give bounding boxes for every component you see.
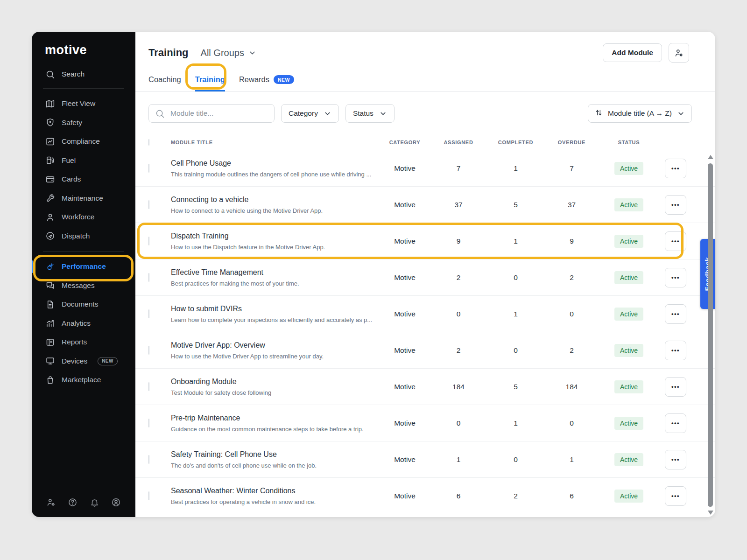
sort-selector[interactable]: Module title (A → Z) (588, 104, 692, 123)
row-checkbox[interactable] (148, 455, 149, 464)
module-title-search[interactable] (148, 104, 275, 123)
category-dropdown[interactable]: Category (281, 104, 339, 123)
completed-cell: 1 (486, 310, 545, 318)
scrollbar-down-arrow[interactable] (708, 511, 713, 515)
sidebar-item-devices[interactable]: DevicesNEW (32, 352, 135, 371)
tab-coaching[interactable]: Coaching (148, 75, 181, 91)
module-description: Best practices for making the most of yo… (171, 280, 379, 287)
table-row-effective-time-management[interactable]: Effective Time ManagementBest practices … (135, 259, 715, 296)
search-icon (155, 108, 165, 119)
row-checkbox[interactable] (148, 491, 149, 500)
table-row-onboarding-module[interactable]: Onboarding ModuleTest Module for safety … (135, 369, 715, 405)
category-cell: Motive (379, 237, 430, 245)
analytics-icon (45, 318, 55, 329)
module-title: Cell Phone Usage (171, 159, 379, 168)
table-row-seasonal-weather-winter-conditions[interactable]: Seasonal Weather: Winter ConditionsBest … (135, 478, 715, 514)
sidebar-item-compliance[interactable]: Compliance (32, 132, 135, 151)
sidebar-item-label: Analytics (62, 319, 91, 328)
row-checkbox[interactable] (148, 346, 149, 355)
row-actions-button[interactable] (665, 304, 686, 324)
completed-cell: 0 (486, 346, 545, 355)
sidebar-item-maintenance[interactable]: Maintenance (32, 189, 135, 208)
sidebar-item-performance[interactable]: Performance (32, 257, 135, 276)
fleet-view-icon (45, 98, 55, 109)
status-badge: Active (614, 198, 643, 211)
category-cell: Motive (379, 164, 430, 173)
column-header-completed: COMPLETED (486, 140, 545, 145)
category-cell: Motive (379, 419, 430, 427)
add-module-button[interactable]: Add Module (603, 43, 662, 62)
completed-cell: 5 (486, 383, 545, 391)
completed-cell: 1 (486, 164, 545, 173)
sidebar-item-label: Maintenance (62, 194, 103, 203)
sidebar-item-label: Reports (62, 338, 87, 346)
table-row-dispatch-training[interactable]: Dispatch TrainingHow to use the Dispatch… (135, 223, 715, 259)
row-actions-button[interactable] (665, 231, 686, 251)
row-actions-button[interactable] (665, 450, 686, 469)
sidebar-item-cards[interactable]: Cards (32, 170, 135, 189)
category-cell: Motive (379, 492, 430, 500)
compliance-icon (45, 136, 55, 147)
group-selector[interactable]: All Groups (201, 48, 256, 58)
overdue-cell: 1 (545, 455, 599, 464)
table-row-pre-trip-maintenance[interactable]: Pre-trip MaintenanceGuidance on the most… (135, 405, 715, 441)
table-row-safety-training-cell-phone-use[interactable]: Safety Training: Cell Phone UseThe do's … (135, 441, 715, 478)
row-actions-button[interactable] (665, 341, 686, 360)
user-settings-icon[interactable] (46, 497, 56, 507)
devices-icon (45, 356, 55, 366)
tab-rewards[interactable]: Rewards NEW (239, 75, 294, 91)
row-actions-button[interactable] (665, 159, 686, 178)
sidebar-item-messages[interactable]: Messages (32, 276, 135, 295)
notifications-icon[interactable] (89, 497, 99, 507)
row-checkbox[interactable] (148, 309, 149, 318)
row-checkbox[interactable] (148, 164, 149, 173)
table-row-motive-driver-app-overview[interactable]: Motive Driver App: OverviewHow to use th… (135, 332, 715, 369)
completed-cell: 1 (486, 237, 545, 245)
sidebar-item-fuel[interactable]: Fuel (32, 151, 135, 170)
sidebar-item-fleet-view[interactable]: Fleet View (32, 94, 135, 113)
row-actions-button[interactable] (665, 377, 686, 397)
status-badge: Active (614, 162, 643, 175)
sidebar-item-search[interactable]: Search (32, 56, 135, 88)
module-title-search-input[interactable] (169, 109, 268, 118)
row-actions-button[interactable] (665, 268, 686, 287)
table-row-connecting-to-a-vehicle[interactable]: Connecting to a vehicleHow to connect to… (135, 187, 715, 223)
row-checkbox[interactable] (148, 237, 149, 245)
row-actions-button[interactable] (665, 486, 686, 506)
scrollbar-up-arrow[interactable] (708, 155, 713, 159)
table-row-how-to-submit-dvirs[interactable]: How to submit DVIRsLearn how to complete… (135, 296, 715, 332)
row-checkbox[interactable] (148, 382, 149, 391)
sidebar-item-documents[interactable]: Documents (32, 295, 135, 314)
module-description: How to use the Dispatch feature in the M… (171, 244, 379, 251)
completed-cell: 1 (486, 419, 545, 427)
sidebar-item-reports[interactable]: Reports (32, 333, 135, 352)
row-actions-button[interactable] (665, 413, 686, 433)
column-header-category: CATEGORY (379, 140, 430, 145)
status-dropdown[interactable]: Status (345, 104, 395, 123)
select-all-checkbox[interactable] (148, 139, 149, 146)
assigned-cell: 1 (430, 455, 486, 464)
tab-rewards-label: Rewards (239, 75, 269, 84)
row-checkbox[interactable] (148, 419, 149, 427)
reports-icon (45, 337, 55, 347)
row-checkbox[interactable] (148, 273, 149, 282)
sidebar-item-analytics[interactable]: Analytics (32, 314, 135, 333)
table-row-cell-phone-usage[interactable]: Cell Phone UsageThis training module out… (135, 150, 715, 187)
row-checkbox[interactable] (148, 200, 149, 209)
module-description: The do's and don'ts of cell phone use wh… (171, 462, 379, 469)
sort-arrows-icon (595, 109, 603, 119)
sidebar-item-marketplace[interactable]: Marketplace (32, 371, 135, 390)
scrollbar-thumb[interactable] (708, 163, 713, 507)
sidebar-item-workforce[interactable]: Workforce (32, 208, 135, 227)
sidebar-item-safety[interactable]: Safety (32, 113, 135, 133)
tab-training[interactable]: Training (195, 75, 225, 91)
account-icon[interactable] (111, 497, 121, 507)
sidebar-item-dispatch[interactable]: Dispatch (32, 227, 135, 246)
row-actions-button[interactable] (665, 195, 686, 215)
maintenance-icon (45, 193, 55, 203)
help-icon[interactable] (68, 497, 78, 507)
documents-icon (45, 299, 55, 309)
fuel-icon (45, 155, 55, 166)
user-settings-button[interactable] (669, 43, 689, 63)
module-title: Effective Time Management (171, 268, 379, 277)
